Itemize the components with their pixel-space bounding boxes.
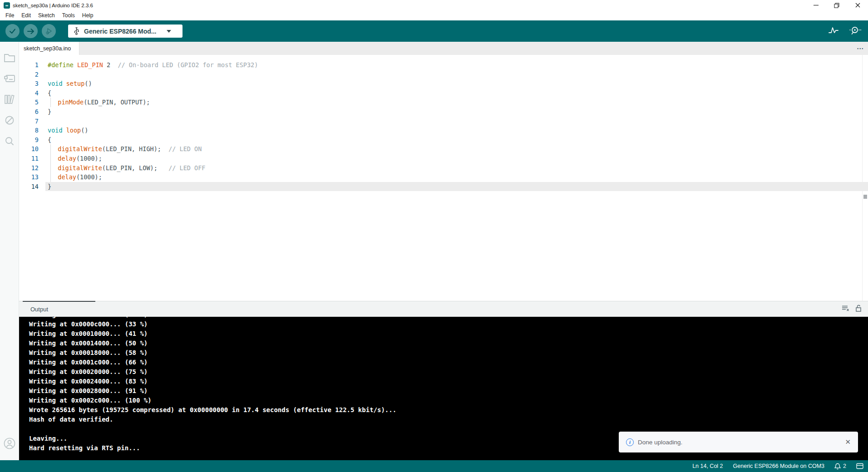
tab-label: sketch_sep30a.ino <box>24 45 71 52</box>
line-number: 12 <box>19 163 45 173</box>
bell-icon <box>834 463 841 470</box>
line-number: 5 <box>19 98 45 107</box>
code-text: delay(1000); <box>45 172 868 182</box>
code-text: void loop() <box>45 126 868 135</box>
clear-output-button[interactable] <box>842 305 850 313</box>
editor-scrollbar[interactable] <box>862 55 868 301</box>
editor-scrollbar-thumb[interactable] <box>863 195 867 199</box>
restore-button[interactable] <box>826 0 847 10</box>
code-line-2[interactable]: 2 <box>19 70 868 79</box>
info-icon: i <box>626 438 634 446</box>
code-line-9[interactable]: 9{ <box>19 135 868 145</box>
menu-item-edit[interactable]: Edit <box>18 11 35 20</box>
cursor-position[interactable]: Ln 14, Col 2 <box>692 463 723 469</box>
code-line-11[interactable]: 11 delay(1000); <box>19 154 868 163</box>
code-line-13[interactable]: 13 delay(1000); <box>19 172 868 182</box>
serial-plotter-button[interactable] <box>828 26 839 37</box>
minimize-button[interactable] <box>805 0 826 10</box>
console-line: Writing at 0x00020000... (75 %) <box>29 367 868 377</box>
code-text: #define LED_PIN 2 // On-board LED (GPIO2… <box>45 60 868 70</box>
code-line-14[interactable]: 14} <box>19 182 868 192</box>
more-actions-button[interactable]: ⋯ <box>857 42 864 55</box>
title-bar: ∞ sketch_sep30a | Arduino IDE 2.3.6 <box>0 0 868 10</box>
toolbar: Generic ESP8266 Mod... <box>0 20 868 42</box>
notifications-button[interactable]: 2 <box>834 463 846 470</box>
code-editor[interactable]: 1#define LED_PIN 2 // On-board LED (GPIO… <box>19 55 868 301</box>
console-line: Writing at 0x00024000... (83 %) <box>29 377 868 386</box>
search-icon <box>5 136 15 148</box>
output-tab-indicator <box>23 301 95 302</box>
debug-button[interactable] <box>42 24 56 38</box>
code-line-1[interactable]: 1#define LED_PIN 2 // On-board LED (GPIO… <box>19 60 868 70</box>
sidebar-item-search[interactable] <box>0 132 19 152</box>
code-line-4[interactable]: 4{ <box>19 88 868 98</box>
toggle-bottom-panel-button[interactable] <box>856 463 863 469</box>
console-line: Writing at 0x00014000... (50 %) <box>29 339 868 348</box>
code-line-3[interactable]: 3void setup() <box>19 79 868 88</box>
line-number: 6 <box>19 107 45 117</box>
person-icon <box>3 437 16 452</box>
window-title: sketch_sep30a | Arduino IDE 2.3.6 <box>13 3 93 8</box>
verify-button[interactable] <box>5 24 20 38</box>
code-text: pinMode(LED_PIN, OUTPUT); <box>45 98 868 107</box>
console-line: Writing at 0x00010000... (41 %) <box>29 329 868 339</box>
arduino-app-icon: ∞ <box>4 2 10 9</box>
board-icon <box>4 74 15 85</box>
code-line-7[interactable]: 7 <box>19 117 868 126</box>
code-line-6[interactable]: 6} <box>19 107 868 117</box>
serial-monitor-button[interactable] <box>848 26 862 37</box>
arduino-ide-window: ∞ sketch_sep30a | Arduino IDE 2.3.6 File… <box>0 0 868 472</box>
code-line-8[interactable]: 8void loop() <box>19 126 868 135</box>
menu-item-tools[interactable]: Tools <box>59 11 79 20</box>
panel-layout-icon <box>856 463 863 469</box>
debug-icon <box>45 27 53 35</box>
line-number: 7 <box>19 117 45 126</box>
sidebar-item-library-manager[interactable] <box>0 90 19 111</box>
toast-close-button[interactable]: ✕ <box>845 438 851 446</box>
sidebar-item-boards-manager[interactable] <box>0 69 19 90</box>
line-number: 1 <box>19 60 45 70</box>
sidebar-item-account[interactable] <box>0 434 19 455</box>
menu-item-help[interactable]: Help <box>79 11 97 20</box>
line-number: 14 <box>19 182 45 192</box>
chevron-down-icon <box>167 30 171 33</box>
menu-item-sketch[interactable]: Sketch <box>35 11 59 20</box>
console-line: Writing at 0x0002c000... (100 %) <box>29 396 868 405</box>
line-number: 2 <box>19 70 45 79</box>
serial-monitor-icon <box>848 26 862 35</box>
status-board-port[interactable]: Generic ESP8266 Module on COM3 <box>733 463 825 469</box>
line-number: 4 <box>19 88 45 98</box>
line-number: 9 <box>19 135 45 145</box>
code-line-12[interactable]: 12 digitalWrite(LED_PIN, LOW); // LED OF… <box>19 163 868 173</box>
code-text: { <box>45 135 868 145</box>
toggle-autoscroll-button[interactable] <box>855 305 862 314</box>
toast-message: Done uploading. <box>638 439 682 446</box>
editor-tab-bar: sketch_sep30a.ino ⋯ <box>19 42 868 55</box>
status-bar: Ln 14, Col 2 Generic ESP8266 Module on C… <box>0 460 868 472</box>
console-line: Hash of data verified. <box>29 415 868 424</box>
upload-button[interactable] <box>24 24 38 38</box>
code-line-10[interactable]: 10 digitalWrite(LED_PIN, HIGH); // LED O… <box>19 144 868 154</box>
code-text: digitalWrite(LED_PIN, LOW); // LED OFF <box>45 163 868 173</box>
board-selector-dropdown[interactable]: Generic ESP8266 Mod... <box>68 25 182 38</box>
code-text: void setup() <box>45 79 868 88</box>
activity-sidebar <box>0 42 19 460</box>
close-button[interactable] <box>847 0 868 10</box>
line-number: 13 <box>19 172 45 182</box>
board-selector-label: Generic ESP8266 Mod... <box>84 28 157 35</box>
menu-item-file[interactable]: File <box>2 11 18 20</box>
sidebar-item-sketchbook[interactable] <box>0 48 19 69</box>
serial-plotter-icon <box>828 26 839 35</box>
output-panel-header: Output <box>19 301 868 317</box>
sidebar-item-debug[interactable] <box>0 111 19 132</box>
code-text: } <box>45 182 868 192</box>
menu-bar: FileEditSketchToolsHelp <box>0 10 868 20</box>
output-tab[interactable]: Output <box>30 306 48 313</box>
code-text: delay(1000); <box>45 154 868 163</box>
code-line-5[interactable]: 5 pinMode(LED_PIN, OUTPUT); <box>19 98 868 107</box>
usb-plug-icon <box>74 27 79 35</box>
notification-count: 2 <box>843 463 846 469</box>
tab-sketch-file[interactable]: sketch_sep30a.ino <box>19 42 79 55</box>
minimize-icon <box>814 3 819 8</box>
line-number: 8 <box>19 126 45 135</box>
